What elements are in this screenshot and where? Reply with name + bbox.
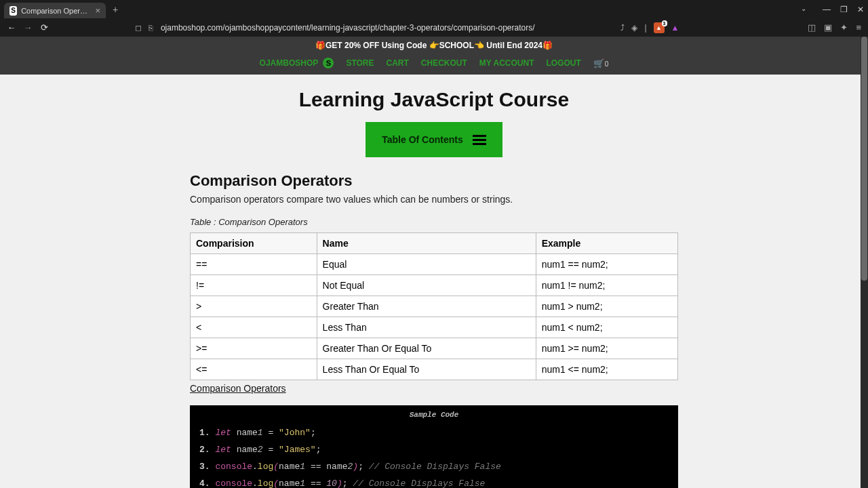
nav-store[interactable]: STORE: [346, 58, 374, 68]
nav-cart-icon[interactable]: 🛒0: [593, 57, 609, 69]
cart-count: 0: [605, 60, 609, 68]
new-tab-button[interactable]: +: [113, 4, 118, 15]
nav-reload-icon[interactable]: ⟳: [39, 22, 49, 33]
page-title: Learning JavaScript Course: [0, 75, 868, 122]
extensions-icon[interactable]: ✦: [840, 22, 848, 33]
tab-favicon: S: [9, 6, 17, 16]
table-cell: Equal: [317, 254, 536, 275]
table-cell: Less Than Or Equal To: [317, 359, 536, 380]
shield-count: 3: [662, 20, 667, 26]
site-nav: OJAMBOSHOP S STORE CART CHECKOUT MY ACCO…: [0, 54, 868, 75]
url-text[interactable]: ojamboshop.com/ojamboshoppaycontent/lear…: [161, 23, 535, 33]
menu-icon[interactable]: ≡: [856, 22, 861, 33]
table-header: Comparision: [191, 233, 317, 254]
table-row: ==Equalnum1 == num2;: [191, 254, 678, 275]
brand-logo-icon: S: [323, 58, 334, 68]
window-maximize-icon[interactable]: ❐: [840, 5, 848, 14]
table-cell: num1 == num2;: [536, 254, 677, 275]
table-cell: <: [191, 317, 317, 338]
share-icon[interactable]: ⤴: [620, 23, 625, 33]
promo-banner: 🎁GET 20% OFF Using Code 👉SCHOOL👈 Until E…: [0, 37, 868, 54]
window-close-icon[interactable]: ✕: [857, 5, 864, 14]
rewards-icon[interactable]: ▲: [671, 23, 679, 33]
table-cell: Greater Than: [317, 296, 536, 317]
tabbar-dropdown-icon[interactable]: ⌄: [801, 5, 806, 14]
toc-label: Table Of Contents: [382, 134, 463, 145]
table-cell: Not Equal: [317, 275, 536, 296]
page-viewport: 🎁GET 20% OFF Using Code 👉SCHOOL👈 Until E…: [0, 37, 868, 488]
section-description: Comparison operators compare two values …: [190, 194, 678, 205]
nav-brand-label: OJAMBOSHOP: [260, 58, 318, 68]
tab-title: Comparison Operators - O: [21, 7, 91, 15]
table-cell: num1 < num2;: [536, 317, 677, 338]
code-line: 4. console.log(name1 == 10); // Console …: [190, 475, 678, 488]
table-cell: num1 != num2;: [536, 275, 677, 296]
table-cell: Less Than: [317, 317, 536, 338]
vertical-scrollbar-thumb[interactable]: [861, 37, 867, 281]
brave-shield-icon[interactable]: ▲3: [654, 22, 665, 33]
table-cell: num1 <= num2;: [536, 359, 677, 380]
table-row: <Less Thannum1 < num2;: [191, 317, 678, 338]
table-cell: num1 >= num2;: [536, 338, 677, 359]
table-cell: !=: [191, 275, 317, 296]
table-footer-link[interactable]: Comparison Operators: [190, 383, 286, 394]
table-header: Example: [536, 233, 677, 254]
code-line: 1. let name1 = "John";: [190, 424, 678, 441]
nav-brand[interactable]: OJAMBOSHOP S: [260, 58, 334, 68]
table-cell: >=: [191, 338, 317, 359]
wallet-icon[interactable]: ▣: [824, 22, 832, 33]
nav-back-icon[interactable]: ←: [7, 22, 16, 33]
browser-toolbar: ← → ⟳ ◻ ⎘ ojamboshop.com/ojamboshoppayco…: [0, 18, 868, 37]
nav-checkout[interactable]: CHECKOUT: [421, 58, 467, 68]
code-line: 3. console.log(name1 == name2); // Conso…: [190, 458, 678, 475]
tab-close-icon[interactable]: ×: [95, 5, 100, 16]
table-cell: ==: [191, 254, 317, 275]
sidebar-toggle-icon[interactable]: ◫: [808, 22, 816, 33]
operators-table: ComparisionNameExample ==Equalnum1 == nu…: [190, 232, 678, 380]
table-row: >=Greater Than Or Equal Tonum1 >= num2;: [191, 338, 678, 359]
site-permissions-icon[interactable]: ⎘: [149, 24, 154, 32]
rss-icon[interactable]: ◈: [631, 23, 637, 33]
table-cell: <=: [191, 359, 317, 380]
toc-button[interactable]: Table Of Contents: [366, 122, 502, 157]
table-caption: Table : Comparison Operators: [190, 217, 678, 227]
code-title: Sample Code: [190, 411, 678, 419]
window-titlebar: S Comparison Operators - O × + ⌄ — ❐ ✕: [0, 0, 868, 18]
nav-forward-icon[interactable]: →: [23, 22, 33, 33]
table-row: !=Not Equalnum1 != num2;: [191, 275, 678, 296]
hamburger-icon: [473, 135, 486, 145]
code-block: Sample Code 1. let name1 = "John";2. let…: [190, 405, 678, 488]
nav-cart[interactable]: CART: [387, 58, 409, 68]
browser-tab[interactable]: S Comparison Operators - O ×: [4, 3, 106, 18]
window-minimize-icon[interactable]: —: [823, 5, 831, 14]
table-cell: num1 > num2;: [536, 296, 677, 317]
nav-logout[interactable]: LOGOUT: [547, 58, 581, 68]
bookmark-icon[interactable]: ◻: [135, 23, 142, 33]
code-line: 2. let name2 = "James";: [190, 441, 678, 458]
table-row: >Greater Thannum1 > num2;: [191, 296, 678, 317]
section-heading: Comparison Operators: [190, 172, 678, 190]
table-cell: Greater Than Or Equal To: [317, 338, 536, 359]
table-header: Name: [317, 233, 536, 254]
table-cell: >: [191, 296, 317, 317]
divider: |: [644, 23, 646, 33]
table-row: <=Less Than Or Equal Tonum1 <= num2;: [191, 359, 678, 380]
nav-account[interactable]: MY ACCOUNT: [479, 58, 534, 68]
